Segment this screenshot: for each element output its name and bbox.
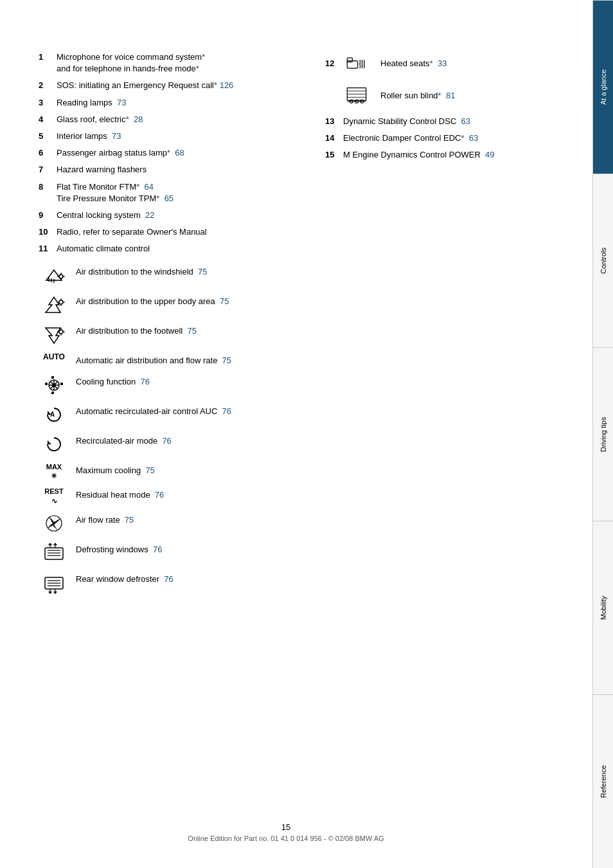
tab-mobility[interactable]: Mobility [593,521,613,694]
item-3: 3 Reading lamps 73 [39,97,287,109]
page-number: 15 [0,822,572,832]
climate-item-rear-defrost: Rear window defroster 76 [39,571,287,594]
link-wind-windshield[interactable]: 75 [198,267,207,276]
item-10: 10 Radio, refer to separate Owner's Manu… [39,226,287,238]
svg-text:A: A [50,411,55,418]
item-num-15: 15 [325,149,343,161]
svg-marker-38 [48,543,52,545]
item-num-3: 3 [39,97,57,109]
link-defrost[interactable]: 76 [153,545,162,554]
link-recirc[interactable]: 76 [162,436,171,446]
link-5[interactable]: 73 [112,131,121,141]
link-airflow[interactable]: 75 [125,515,134,525]
item-text-9: Central locking system 22 [57,210,287,221]
item-text-1: Microphone for voice command system*and … [57,51,287,75]
item-num-12: 12 [325,59,341,68]
climate-item-recirc: Recirculated-air mode 76 [39,433,287,456]
item-12-heated: 12 Heated seats* 33 [325,51,573,75]
link-heated-seats[interactable]: 33 [438,59,447,68]
link-13[interactable]: 63 [461,116,470,126]
item-5: 5 Interior lamps 73 [39,131,287,142]
link-auto[interactable]: 75 [222,356,231,365]
rear-defrost-icon [39,571,69,594]
item-num-13: 13 [325,116,343,127]
link-8a[interactable]: 64 [145,182,154,192]
link-8b[interactable]: 65 [164,194,173,203]
link-6[interactable]: 68 [175,148,184,158]
item-6: 6 Passenger airbag status lamp* 68 [39,147,287,159]
left-column: 1 Microphone for voice command system*an… [39,51,287,601]
svg-point-3 [59,275,63,278]
airflow-desc: Air flow rate 75 [76,512,287,526]
item-11: 11 Automatic climate control [39,243,287,255]
item-num-2: 2 [39,80,57,91]
item-text-11: Automatic climate control [57,243,287,255]
heated-seats-desc: Heated seats* 33 [380,59,573,68]
airflow-icon [39,512,69,535]
climate-item-rest: REST∿ Residual heat mode 76 [39,487,287,505]
link-max[interactable]: 75 [145,466,154,475]
svg-point-8 [59,300,63,304]
svg-marker-40 [53,543,57,545]
link-wind-upper[interactable]: 75 [220,296,229,306]
recirc-desc: Recirculated-air mode 76 [76,433,287,447]
svg-point-13 [59,330,63,334]
link-rest[interactable]: 76 [155,490,164,500]
item-8: 8 Flat Tire Monitor FTM* 64Tire Pressure… [39,181,287,204]
rear-defrost-desc: Rear window defroster 76 [76,571,287,585]
link-2[interactable]: 126 [220,80,234,90]
item-text-4: Glass roof, electric* 28 [57,114,287,125]
item-num-9: 9 [39,210,57,221]
item-13: 13 Dynamic Stability Control DSC 63 [325,116,573,127]
item-text-3: Reading lamps 73 [57,97,287,109]
item-num-6: 6 [39,147,57,159]
link-4[interactable]: 28 [134,114,143,124]
item-num-5: 5 [39,131,57,142]
item-1: 1 Microphone for voice command system*an… [39,51,287,75]
item-text-10: Radio, refer to separate Owner's Manual [57,226,287,238]
windshield-dist-desc: Air distribution to the windshield 75 [76,264,287,278]
item-num-7: 7 [39,164,57,176]
svg-rect-26 [45,383,48,385]
climate-item-auc: A Automatic recirculated-air control AUC… [39,403,287,426]
link-wind-foot[interactable]: 75 [187,326,196,336]
svg-marker-46 [48,592,52,594]
climate-item-cooling: Cooling function 76 [39,374,287,397]
defrost-desc: Defrosting windows 76 [76,541,287,556]
link-cooling[interactable]: 76 [140,377,149,386]
link-14[interactable]: 63 [469,133,478,143]
rest-icon: REST∿ [39,487,69,505]
svg-point-23 [52,383,56,387]
upper-body-dist-desc: Air distribution to the upper body area … [76,293,287,307]
item-num-1: 1 [39,51,57,75]
link-rear-defrost[interactable]: 76 [164,574,173,584]
link-3[interactable]: 73 [117,98,126,107]
cooling-desc: Cooling function 76 [76,374,287,388]
item-text-5: Interior lamps 73 [57,131,287,142]
climate-section: Air distribution to the windshield 75 [39,264,287,593]
link-9[interactable]: 22 [145,210,154,220]
item-15: 15 M Engine Dynamics Control POWER 49 [325,149,573,161]
tab-controls[interactable]: Controls [593,174,613,347]
auto-icon: AUTO [39,352,69,361]
footer-text: Online Edition for Part no. 01 41 0 014 … [0,835,572,842]
tab-reference[interactable]: Reference [593,694,613,868]
upper-body-dist-icon [39,293,69,316]
item-text-15: M Engine Dynamics Control POWER 49 [343,149,573,161]
item-num-11: 11 [39,243,57,255]
item-text-13: Dynamic Stability Control DSC 63 [343,116,573,127]
item-2: 2 SOS: initiating an Emergency Request c… [39,80,287,91]
recirc-icon [39,433,69,456]
tab-driving-tips[interactable]: Driving tips [593,347,613,521]
link-15[interactable]: 49 [485,150,494,159]
climate-item-max: MAX☀ Maximum cooling 75 [39,462,287,481]
item-text-2: SOS: initiating an Emergency Request cal… [57,80,287,91]
tab-at-a-glance[interactable]: At a glance [593,0,613,174]
page-footer: 15 Online Edition for Part no. 01 41 0 0… [0,822,572,842]
link-auc[interactable]: 76 [222,406,231,416]
item-num-10: 10 [39,226,57,238]
item-num-8: 8 [39,181,57,204]
rest-desc: Residual heat mode 76 [76,487,287,501]
link-roller-blind[interactable]: 81 [446,91,455,100]
climate-item-windshield: Air distribution to the windshield 75 [39,264,287,287]
